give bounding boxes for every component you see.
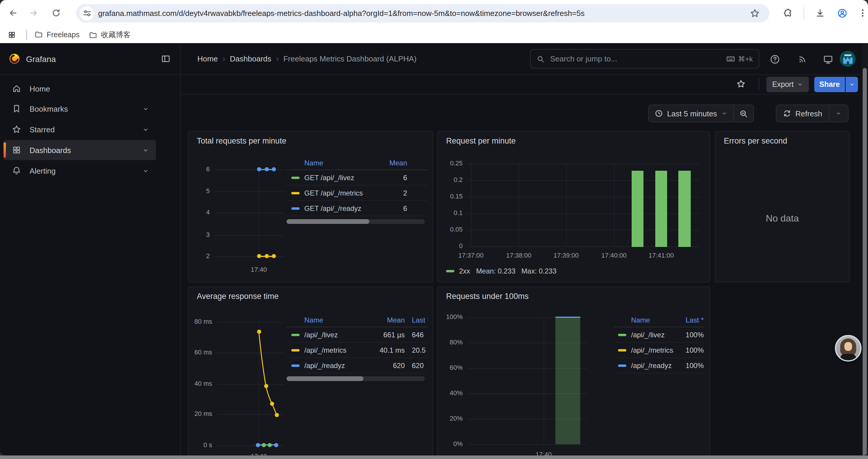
breadcrumb-dashboards[interactable]: Dashboards (230, 54, 271, 63)
sidebar-item-starred[interactable]: Starred (4, 119, 156, 139)
grafana-logo-icon[interactable] (9, 53, 20, 67)
extensions-icon[interactable] (783, 8, 793, 18)
legend-col-name[interactable]: Name (613, 316, 678, 324)
data-point (267, 443, 272, 447)
legend-col-last[interactable]: Last * (678, 316, 704, 324)
user-avatar[interactable] (840, 51, 856, 67)
legend-scrollbar[interactable] (286, 219, 425, 224)
help-icon[interactable] (770, 54, 780, 64)
y-tick: 2 (192, 252, 210, 259)
legend-row[interactable]: GET /api/_/metrics 2 (286, 186, 428, 201)
monitor-icon[interactable] (823, 54, 833, 64)
legend-inline[interactable]: 2xx Mean: 0.233 Max: 0.233 (446, 267, 557, 275)
search-input[interactable] (549, 54, 722, 64)
panel-title[interactable]: Request per minute (446, 136, 516, 145)
scrollbar-thumb[interactable] (863, 68, 867, 455)
sidebar-item-bookmarks[interactable]: Bookmarks (4, 99, 156, 119)
y-tick: 0 (438, 242, 463, 249)
panel-title[interactable]: Errors per second (724, 136, 787, 145)
breadcrumb-separator: › (276, 54, 279, 63)
sidebar-item-dashboards[interactable]: Dashboards (4, 140, 156, 160)
panel-title[interactable]: Total requests per minute (197, 136, 286, 145)
panel-title[interactable]: Average response time (197, 292, 279, 301)
legend-row[interactable]: /api/_/metrics 40.1 ms 20.5 m (286, 342, 428, 358)
menu-dots-icon[interactable] (858, 8, 867, 18)
y-tick: 3 (192, 231, 210, 238)
assistant-avatar[interactable] (835, 335, 862, 362)
x-tick: 17:40:00 (596, 252, 632, 259)
x-tick: 17:40 (526, 451, 561, 455)
back-icon[interactable] (8, 8, 18, 18)
sidebar-item-alerting[interactable]: Alerting (4, 161, 156, 181)
x-tick: 17:39:00 (548, 252, 584, 259)
x-tick: 17:40 (244, 453, 274, 455)
legend-row[interactable]: /api/_/readyz 620 620 (286, 358, 428, 373)
legend-scrollbar-thumb[interactable] (286, 376, 363, 381)
refresh-button[interactable]: Refresh (776, 109, 829, 118)
legend-col-name[interactable]: Name (286, 316, 367, 324)
sidebar-item-home[interactable]: Home (4, 78, 156, 99)
address-bar[interactable]: grafana.mathmast.com/d/deytv4rwavabkb/fr… (76, 4, 769, 23)
search-box[interactable]: ⌘+k (530, 49, 759, 68)
data-point (272, 167, 276, 171)
panel-title[interactable]: Requests under 100ms (446, 292, 529, 301)
series-curve-metrics (248, 323, 283, 417)
legend-header: Name Mean Last * (286, 314, 428, 327)
chevron-down-icon[interactable] (143, 126, 149, 133)
breadcrumb-current: Freeleaps Metrics Dashboard (ALPHA) (283, 54, 416, 63)
legend-scrollbar-thumb[interactable] (286, 219, 369, 224)
bookmark-star-icon[interactable] (750, 8, 760, 18)
series-color-chip (291, 176, 300, 179)
chevron-down-icon[interactable] (143, 105, 149, 112)
share-button[interactable]: Share (814, 77, 845, 92)
legend-table: Name Mean GET /api/_/livez 6 GET /api/_/… (286, 157, 428, 224)
favorite-star-icon[interactable] (736, 79, 746, 89)
gridline (467, 164, 700, 164)
legend-scrollbar[interactable] (286, 376, 425, 381)
time-range-picker[interactable]: Last 5 minutes (649, 109, 733, 118)
legend-row[interactable]: /api/_/metrics 100% (613, 342, 704, 358)
avatar-body (840, 354, 856, 361)
y-tick: 60 ms (188, 349, 212, 356)
breadcrumb-home[interactable]: Home (197, 54, 218, 63)
url-text[interactable]: grafana.mathmast.com/d/deytv4rwavabkb/fr… (98, 9, 742, 18)
gridline-vertical (566, 164, 567, 246)
forward-icon[interactable] (29, 8, 38, 18)
reload-icon[interactable] (52, 8, 61, 18)
legend-row[interactable]: GET /api/_/livez 6 (286, 170, 428, 186)
legend-col-last[interactable]: Last * (412, 316, 428, 324)
data-point (257, 254, 261, 258)
bookmark-folder-blogs[interactable]: 收藏博客 (89, 30, 131, 40)
legend-col-mean[interactable]: Mean (367, 316, 405, 324)
share-button-group: Share (814, 77, 858, 92)
legend-col-name[interactable]: Name (286, 159, 378, 167)
zoom-out-icon[interactable] (734, 109, 753, 118)
y-tick: 60% (439, 364, 463, 371)
tune-icon[interactable] (83, 9, 91, 18)
apps-grid-icon[interactable] (8, 31, 16, 39)
sidebar-toggle-icon[interactable] (161, 54, 171, 64)
profile-icon[interactable] (837, 8, 847, 18)
home-icon (12, 84, 21, 93)
y-tick: 20% (439, 415, 463, 422)
download-icon[interactable] (815, 8, 825, 18)
bookmark-folder-freeleaps[interactable]: Freeleaps (34, 30, 80, 39)
panel-requests-under-100ms: Requests under 100ms 100% 80% 60% 40% 20… (437, 287, 710, 455)
rss-icon[interactable] (798, 54, 807, 64)
chevron-down-icon[interactable] (143, 147, 149, 153)
export-button[interactable]: Export (766, 77, 809, 92)
legend-row[interactable]: GET /api/_/readyz 6 (286, 201, 428, 216)
share-dropdown-button[interactable] (845, 77, 858, 92)
data-point (255, 443, 260, 447)
gridline-vertical (471, 164, 471, 246)
y-tick: 0.15 (438, 193, 463, 200)
legend-row[interactable]: /api/_/readyz 100% (613, 358, 704, 373)
refresh-icon (783, 109, 791, 118)
legend-row[interactable]: /api/_/livez 100% (613, 327, 704, 342)
refresh-interval-dropdown[interactable] (829, 110, 848, 117)
legend-row[interactable]: /api/_/livez 661 µs 646 (286, 327, 428, 342)
data-point (272, 254, 276, 258)
legend-col-mean[interactable]: Mean (378, 159, 407, 167)
chevron-down-icon[interactable] (143, 167, 149, 174)
folder-icon (34, 30, 43, 39)
